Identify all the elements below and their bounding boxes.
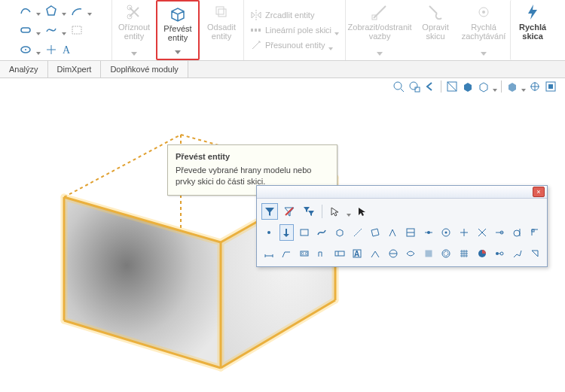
filter-tangent-icon[interactable] <box>510 224 525 241</box>
spline2-icon[interactable] <box>45 24 57 36</box>
filter-nearest-icon[interactable] <box>492 224 507 241</box>
filter-clear-icon[interactable] <box>281 203 298 220</box>
svg-rect-1 <box>21 28 30 32</box>
polygon-icon[interactable] <box>45 5 57 17</box>
caret-icon[interactable] <box>334 28 339 32</box>
svg-rect-10 <box>216 7 224 14</box>
svg-line-67 <box>354 229 362 236</box>
display-relations-button[interactable]: Zobrazit/odstranit vazby <box>346 0 414 60</box>
svg-point-94 <box>500 252 503 255</box>
cursor-bold-icon[interactable] <box>354 203 371 220</box>
filter-vertex-icon[interactable] <box>261 224 276 241</box>
rapid-sketch-button[interactable]: Rychlá skica <box>510 0 554 60</box>
zoom-fit-icon[interactable] <box>392 80 405 93</box>
filter-routept-icon[interactable] <box>510 245 525 262</box>
caret-icon[interactable] <box>493 84 497 89</box>
trim-entities-button[interactable]: Oříznout entity <box>112 0 156 60</box>
point-icon[interactable] <box>45 44 57 56</box>
caret-icon[interactable] <box>62 8 66 13</box>
caret-icon[interactable] <box>36 8 41 13</box>
display-style-icon[interactable] <box>477 80 490 93</box>
filter-sketch-icon[interactable] <box>386 224 401 241</box>
filter-all-icon[interactable] <box>301 203 317 220</box>
caret-icon[interactable] <box>481 48 487 57</box>
filter-perp-icon[interactable] <box>527 224 542 241</box>
palette-titlebar[interactable]: × <box>257 186 547 199</box>
selection-filter-palette[interactable]: × <box>256 185 548 267</box>
ellipse-icon[interactable] <box>20 44 32 56</box>
filter-dtarget-icon[interactable] <box>386 245 401 262</box>
move-entities-button[interactable]: Přesunout entity <box>250 39 333 51</box>
repair-sketch-button[interactable]: Opravit skicu <box>414 0 457 60</box>
move-icon <box>250 39 262 51</box>
caret-icon[interactable] <box>175 47 181 56</box>
caret-icon[interactable] <box>36 47 41 52</box>
mirror-label: Zrcadlit entity <box>265 11 314 20</box>
zoom-area-icon[interactable] <box>408 80 421 93</box>
mirror-entities-button[interactable]: Zrcadlit entity <box>250 9 314 21</box>
text-icon[interactable]: A <box>62 44 74 56</box>
caret-icon[interactable] <box>377 48 383 57</box>
filter-color-icon[interactable] <box>475 245 490 262</box>
apply-scene-icon[interactable] <box>528 80 542 93</box>
tab-dimxpert[interactable]: DimXpert <box>48 61 102 77</box>
filter-toggle-icon[interactable] <box>261 203 278 220</box>
filter-centerpt-icon[interactable] <box>439 224 454 241</box>
svg-text:A: A <box>63 44 71 56</box>
filter-cosmetic-icon[interactable] <box>404 245 419 262</box>
filter-midpoint-icon[interactable] <box>421 224 436 241</box>
tab-analyses[interactable]: Analýzy <box>0 61 48 77</box>
offset-entities-button[interactable]: Odsadit entity <box>200 0 243 60</box>
filter-sf-icon[interactable] <box>315 245 330 262</box>
filter-note-icon[interactable] <box>279 245 295 262</box>
filter-plane-icon[interactable] <box>368 224 383 241</box>
filter-connpt-icon[interactable] <box>492 245 507 262</box>
viewport[interactable]: Převést entity Převede vybrané hrany mod… <box>0 78 565 392</box>
rect-icon[interactable] <box>71 24 83 36</box>
filter-cthread-icon[interactable] <box>439 245 454 262</box>
filter-block-icon[interactable] <box>421 245 436 262</box>
snap-label: Rychlá zachytávání <box>457 23 510 41</box>
filter-solid-icon[interactable] <box>332 224 347 241</box>
quick-snaps-button[interactable]: Rychlá zachytávání <box>457 0 510 60</box>
filter-mesh-icon[interactable] <box>457 245 472 262</box>
convert-entities-button[interactable]: Převést entity <box>156 0 200 60</box>
caret-icon[interactable] <box>36 28 41 32</box>
filter-quadrant-icon[interactable] <box>457 224 472 241</box>
svg-point-91 <box>444 251 448 256</box>
caret-icon[interactable] <box>347 209 351 214</box>
caret-icon[interactable] <box>87 8 92 13</box>
filter-ref-icon[interactable] <box>527 245 542 262</box>
convert-label: Převést entity <box>157 24 198 42</box>
filter-gtol-icon[interactable] <box>332 245 347 262</box>
caret-icon[interactable] <box>131 48 137 57</box>
filter-dxdim-icon[interactable]: 0.0 <box>297 245 312 262</box>
view-orientation-icon[interactable] <box>461 80 475 93</box>
caret-icon[interactable] <box>521 84 526 89</box>
svg-line-96 <box>532 251 538 257</box>
svg-point-21 <box>410 82 417 90</box>
filter-surface-icon[interactable] <box>315 224 330 241</box>
filter-weld-icon[interactable] <box>368 245 383 262</box>
tab-addins[interactable]: Doplňkové moduly <box>101 61 188 77</box>
arc-icon[interactable] <box>71 5 83 17</box>
filter-dim-icon[interactable] <box>261 245 276 262</box>
edit-appearance-icon[interactable] <box>544 80 557 93</box>
filter-edge-icon[interactable] <box>279 224 295 241</box>
linear-pattern-button[interactable]: Lineární pole skici <box>250 24 339 36</box>
filter-sketchseg-icon[interactable] <box>404 224 419 241</box>
filter-datum-icon[interactable]: A <box>350 245 365 262</box>
caret-icon[interactable] <box>62 28 66 32</box>
cube-icon <box>169 5 187 23</box>
filter-axis-icon[interactable] <box>350 224 365 241</box>
cursor-icon[interactable] <box>327 203 344 220</box>
spline-icon[interactable] <box>20 5 32 17</box>
close-button[interactable]: × <box>533 187 545 197</box>
filter-face-icon[interactable] <box>297 224 312 241</box>
prev-view-icon[interactable] <box>423 80 437 93</box>
filter-intersection-icon[interactable] <box>475 224 490 241</box>
section-view-icon[interactable] <box>445 80 459 93</box>
hide-show-icon[interactable] <box>505 80 519 93</box>
slot-icon[interactable] <box>20 24 32 36</box>
caret-icon[interactable] <box>328 43 333 47</box>
